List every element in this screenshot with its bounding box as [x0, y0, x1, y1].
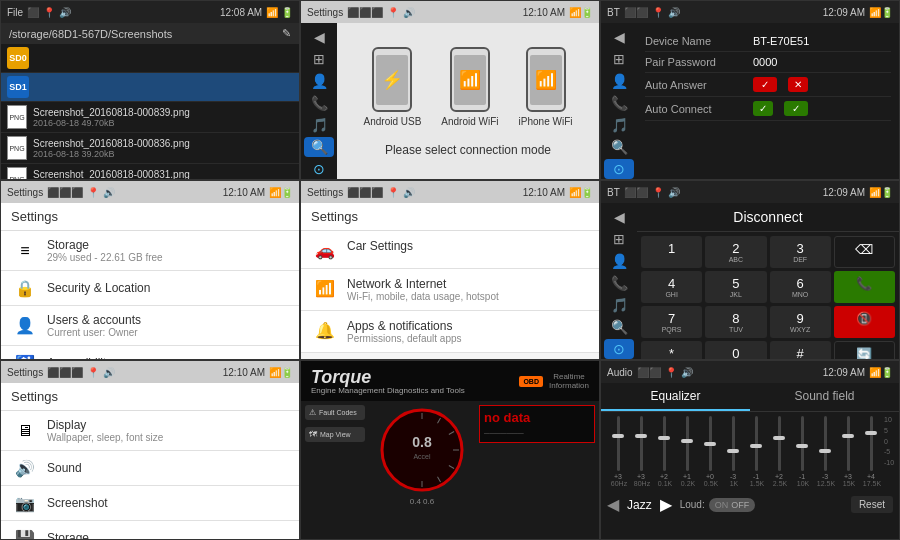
- android-wifi-option[interactable]: 📶 Android WiFi: [441, 47, 498, 127]
- dial-btn-8[interactable]: 7PQRS: [641, 306, 702, 338]
- bt-sidebar-phone[interactable]: 📞: [604, 93, 634, 113]
- drive-item-sd0[interactable]: SD0: [1, 44, 299, 73]
- bt-sidebar-bt[interactable]: ⊙: [604, 159, 634, 179]
- preset-prev-btn[interactable]: ◀: [607, 495, 619, 514]
- sound-item[interactable]: 🔊 Sound: [1, 451, 299, 486]
- eq-band-5[interactable]: -3: [722, 416, 744, 480]
- sidebar-phone[interactable]: 📞: [304, 93, 334, 113]
- dial-btn-14[interactable]: #: [770, 341, 831, 360]
- drive-item-sd1[interactable]: SD1: [1, 73, 299, 102]
- sidebar-grid[interactable]: ⊞: [304, 49, 334, 69]
- status-icon1: ⬛: [27, 7, 39, 18]
- settings-header: Settings: [1, 203, 299, 231]
- car-settings-item[interactable]: 🚗 Car Settings: [301, 231, 599, 269]
- btconn-sidebar-person[interactable]: 👤: [604, 251, 634, 271]
- fault-codes-btn[interactable]: ⚠ Fault Codes: [305, 405, 365, 420]
- eq-track-10: [847, 416, 850, 471]
- panel-settings-display: Settings ⬛⬛⬛ 📍 🔊 12:10 AM 📶🔋 Settings 🖥 …: [0, 360, 300, 540]
- eq-band-0[interactable]: +3: [607, 416, 629, 480]
- auto-answer-toggle-off[interactable]: ✕: [788, 77, 808, 92]
- btconn-sidebar-grid[interactable]: ⊞: [604, 229, 634, 249]
- dial-btn-3[interactable]: ⌫: [834, 236, 895, 268]
- bt-sidebar-back[interactable]: ◀: [604, 27, 634, 47]
- btconn-sidebar-search[interactable]: 🔍: [604, 317, 634, 337]
- eq-band-6[interactable]: -1: [745, 416, 767, 480]
- auto-answer-toggle-on[interactable]: ✓: [753, 77, 777, 92]
- btconn-sidebar-back[interactable]: ◀: [604, 207, 634, 227]
- tab-equalizer[interactable]: Equalizer: [601, 383, 750, 411]
- eq-track-11: [870, 416, 873, 471]
- eq-val-1: +3: [637, 473, 645, 480]
- network-settings-item[interactable]: 📶 Network & Internet Wi-Fi, mobile, data…: [301, 269, 599, 311]
- eq-band-4[interactable]: +0: [699, 416, 721, 480]
- dial-btn-2[interactable]: 3DEF: [770, 236, 831, 268]
- dial-btn-0[interactable]: 1: [641, 236, 702, 268]
- settings-item-users[interactable]: 👤 Users & accounts Current user: Owner: [1, 306, 299, 346]
- btconn-sidebar-music[interactable]: 🎵: [604, 295, 634, 315]
- bt-sidebar-search[interactable]: 🔍: [604, 137, 634, 157]
- btconn-sidebar-bt[interactable]: ⊙: [604, 339, 634, 359]
- settings-item-accessibility[interactable]: ♿ Accessibility: [1, 346, 299, 360]
- torque-gauge-area: ⚠ Fault Codes 🗺 Map View 0.8 Accel: [301, 401, 599, 531]
- file-item-2[interactable]: PNG Screenshot_20160818-000831.png 2016-…: [1, 164, 299, 180]
- android-usb-option[interactable]: ⚡ Android USB: [364, 47, 422, 127]
- eq-band-1[interactable]: +3: [630, 416, 652, 480]
- settings-item-storage[interactable]: ≡ Storage 29% used - 22.61 GB free: [1, 231, 299, 271]
- dial-btn-4[interactable]: 4GHI: [641, 271, 702, 303]
- dial-btn-11[interactable]: 📵: [834, 306, 895, 338]
- screenshot-item[interactable]: 📷 Screenshot: [1, 486, 299, 521]
- dial-btn-1[interactable]: 2ABC: [705, 236, 766, 268]
- eq-band-labels-row: 60Hz80Hz0.1K0.2K0.5K1K1.5K2.5K10K12.5K15…: [607, 480, 893, 487]
- file-title-bar: /storage/68D1-567D/Screenshots ✎: [1, 23, 299, 44]
- file-item-1[interactable]: PNG Screenshot_20160818-000836.png 2016-…: [1, 133, 299, 164]
- dial-btn-6[interactable]: 6MNO: [770, 271, 831, 303]
- pair-password-row: Pair Password 0000: [645, 52, 891, 73]
- bt-sidebar-music[interactable]: 🎵: [604, 115, 634, 135]
- tab-sound-field[interactable]: Sound field: [750, 383, 899, 411]
- eq-band-2[interactable]: +2: [653, 416, 675, 480]
- display-item[interactable]: 🖥 Display Wallpaper, sleep, font size: [1, 411, 299, 451]
- dial-btn-9[interactable]: 8TUV: [705, 306, 766, 338]
- storage-icon: ≡: [15, 241, 35, 261]
- apps-settings-item[interactable]: 🔔 Apps & notifications Permissions, defa…: [301, 311, 599, 353]
- eq-thumb-10: [842, 434, 854, 438]
- status-time-settings2: 12:10 AM: [223, 367, 265, 378]
- sidebar-music[interactable]: 🎵: [304, 115, 334, 135]
- iphone-wifi-option[interactable]: 📶 iPhone WiFi: [519, 47, 573, 127]
- storage2-icon: 💾: [15, 528, 35, 540]
- status-bar-settings: Settings ⬛⬛⬛ 📍 🔊 12:10 AM 📶🔋: [1, 181, 299, 203]
- dial-btn-12[interactable]: *: [641, 341, 702, 360]
- settings-item-security[interactable]: 🔒 Security & Location: [1, 271, 299, 306]
- dial-btn-13[interactable]: 0+: [705, 341, 766, 360]
- eq-band-3[interactable]: +1: [676, 416, 698, 480]
- loud-toggle[interactable]: ON OFF: [709, 498, 756, 512]
- map-view-btn[interactable]: 🗺 Map View: [305, 427, 365, 442]
- file-item-0[interactable]: PNG Screenshot_20160818-000839.png 2016-…: [1, 102, 299, 133]
- dial-btn-7[interactable]: 📞: [834, 271, 895, 303]
- auto-connect-toggle-on[interactable]: ✓: [753, 101, 773, 116]
- display-icon: 🖥: [15, 421, 35, 441]
- bt-sidebar-person[interactable]: 👤: [604, 71, 634, 91]
- auto-connect-toggle-off[interactable]: ✓: [784, 101, 808, 116]
- eq-band-8[interactable]: -1: [791, 416, 813, 480]
- eq-band-7[interactable]: +2: [768, 416, 790, 480]
- eq-band-9[interactable]: -3: [814, 416, 836, 480]
- sidebar-back[interactable]: ◀: [304, 27, 334, 47]
- sidebar-search[interactable]: 🔍: [304, 137, 334, 157]
- edit-icon[interactable]: ✎: [282, 27, 291, 40]
- btconn-sidebar-phone[interactable]: 📞: [604, 273, 634, 293]
- sidebar-person[interactable]: 👤: [304, 71, 334, 91]
- dial-btn-5[interactable]: 5JKL: [705, 271, 766, 303]
- panel-file-manager: File ⬛ 📍 🔊 12:08 AM 📶 🔋 /storage/68D1-56…: [0, 0, 300, 180]
- status-app-name: File: [7, 7, 23, 18]
- storage2-item[interactable]: 💾 Storage: [1, 521, 299, 540]
- reset-button[interactable]: Reset: [851, 496, 893, 513]
- eq-band-11[interactable]: +4: [860, 416, 882, 480]
- eq-band-10[interactable]: +3: [837, 416, 859, 480]
- dial-btn-10[interactable]: 9WXYZ: [770, 306, 831, 338]
- car-icons: ⬛⬛⬛: [347, 187, 383, 198]
- preset-play-btn[interactable]: ▶: [660, 495, 672, 514]
- bt-sidebar-grid[interactable]: ⊞: [604, 49, 634, 69]
- sidebar-bt[interactable]: ⊙: [304, 159, 334, 179]
- dial-btn-15[interactable]: 🔄: [834, 341, 895, 360]
